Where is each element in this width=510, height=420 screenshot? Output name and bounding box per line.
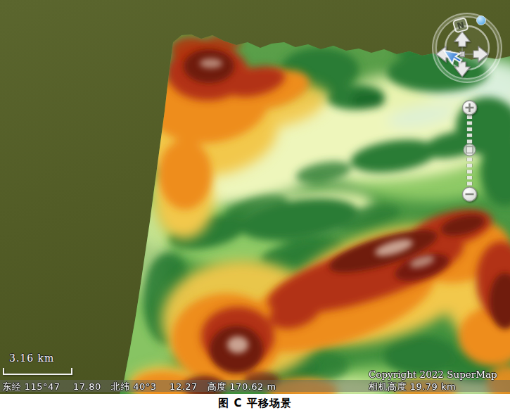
scalebar-label: 3.16 km xyxy=(9,352,54,364)
compass-heading-dot[interactable] xyxy=(477,16,486,25)
status-coordinates: 东经 115°47 17.80 北纬 40°3 12.27 高度 170.62 … xyxy=(2,381,276,393)
supermap-scene-window: N xyxy=(0,0,510,420)
status-camera-height: 相机高度 19.79 km xyxy=(369,381,456,393)
zoom-slider-handle[interactable] xyxy=(464,144,476,156)
scene-viewport[interactable]: N xyxy=(0,0,510,394)
compass-north-button[interactable]: N xyxy=(453,18,468,32)
copyright-text: Copyright 2022 SuperMap xyxy=(369,369,497,380)
scalebar-ruler xyxy=(4,368,72,374)
figure-caption: 图 C 平移场景 xyxy=(218,397,291,410)
pan-center-knob[interactable] xyxy=(460,52,465,57)
terrain-map[interactable]: N xyxy=(0,0,510,394)
caption-strip: 图 C 平移场景 xyxy=(0,394,510,420)
